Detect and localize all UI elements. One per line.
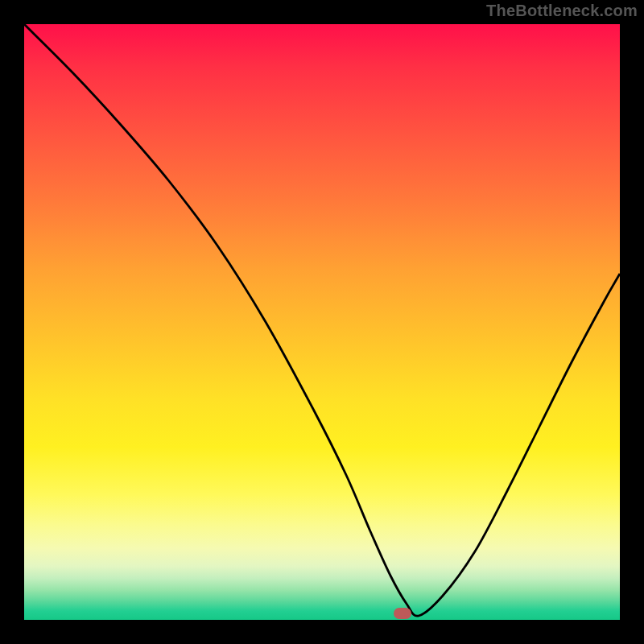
curve-svg <box>24 24 620 620</box>
chart-frame: TheBottleneck.com <box>0 0 644 644</box>
optimal-point-marker <box>394 608 411 619</box>
attribution-text: TheBottleneck.com <box>486 2 638 20</box>
bottleneck-curve <box>24 24 620 616</box>
plot-area <box>24 24 620 620</box>
